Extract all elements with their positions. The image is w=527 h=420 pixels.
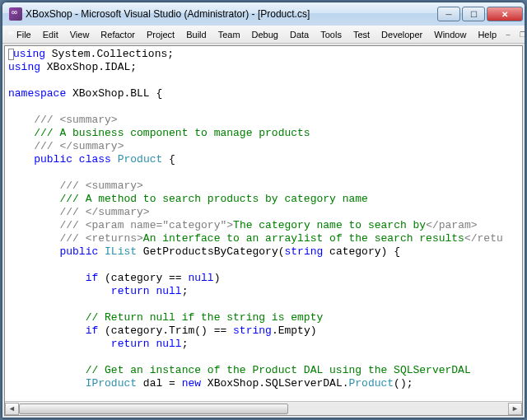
app-window: XBoxShop - Microsoft Visual Studio (Admi… (2, 2, 525, 418)
mdi-controls: – ❐ × (502, 30, 527, 40)
menu-data[interactable]: Data (284, 28, 315, 41)
menu-help[interactable]: Help (472, 28, 502, 41)
menu-refactor[interactable]: Refactor (95, 28, 141, 41)
menu-project[interactable]: Project (141, 28, 180, 41)
menubar: File Edit View Refactor Project Build Te… (2, 26, 525, 44)
window-controls: ─ ☐ ✕ (437, 7, 523, 21)
minimize-button[interactable]: ─ (437, 7, 460, 21)
menu-build[interactable]: Build (180, 28, 212, 41)
scroll-right-button[interactable]: ► (508, 403, 522, 415)
menu-test[interactable]: Test (347, 28, 375, 41)
window-title: XBoxShop - Microsoft Visual Studio (Admi… (26, 8, 437, 20)
scroll-track[interactable] (19, 403, 508, 415)
titlebar[interactable]: XBoxShop - Microsoft Visual Studio (Admi… (2, 2, 525, 26)
menu-file[interactable]: File (11, 28, 37, 41)
menu-developer[interactable]: Developer (375, 28, 428, 41)
horizontal-scrollbar[interactable]: ◄ ► (5, 401, 522, 415)
menu-tools[interactable]: Tools (315, 28, 347, 41)
menu-team[interactable]: Team (212, 28, 246, 41)
menu-view[interactable]: View (64, 28, 96, 41)
close-button[interactable]: ✕ (487, 7, 523, 21)
menu-window[interactable]: Window (428, 28, 472, 41)
menu-edit[interactable]: Edit (37, 28, 64, 41)
editor: using System.Collections;using XBoxShop.… (4, 45, 523, 416)
scroll-thumb[interactable] (19, 404, 288, 414)
vs-icon (9, 7, 22, 21)
mdi-restore-button[interactable]: ❐ (517, 30, 527, 40)
scroll-left-button[interactable]: ◄ (5, 403, 19, 415)
mdi-minimize-button[interactable]: – (502, 30, 514, 40)
menu-debug[interactable]: Debug (246, 28, 284, 41)
code-area[interactable]: using System.Collections;using XBoxShop.… (5, 46, 522, 401)
maximize-button[interactable]: ☐ (462, 7, 485, 21)
